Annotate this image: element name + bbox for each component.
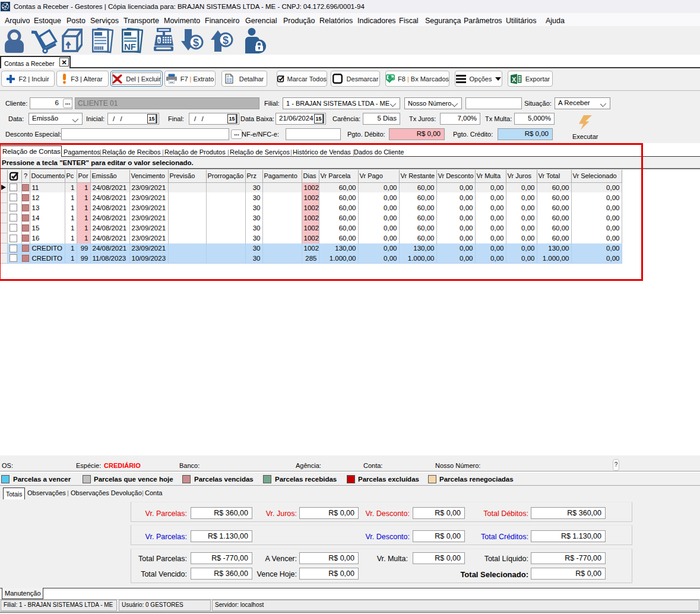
svg-text:NF: NF xyxy=(124,42,136,52)
svg-text:$: $ xyxy=(158,38,161,43)
svg-text:X: X xyxy=(512,75,517,83)
svg-text:$: $ xyxy=(193,37,199,49)
svg-text:$: $ xyxy=(223,34,229,46)
